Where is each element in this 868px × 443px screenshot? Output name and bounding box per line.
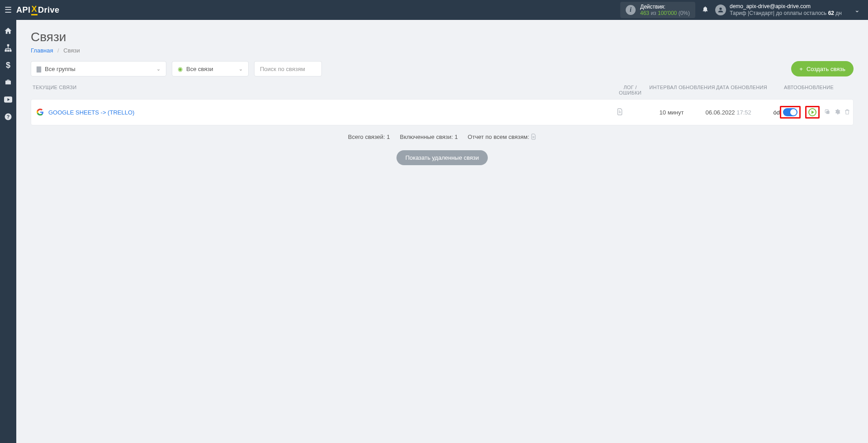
info-icon: i (626, 5, 636, 15)
user-email: demo_apix-drive@apix-drive.com (730, 3, 842, 10)
show-deleted-button[interactable]: Показать удаленные связи (396, 150, 488, 165)
connections-select-label: Все связи (186, 66, 213, 72)
briefcase-icon[interactable] (4, 78, 13, 87)
group-select[interactable]: ▇ Все группы ⌄ (31, 61, 166, 76)
actions-label: Действия: (640, 4, 690, 10)
copy-icon[interactable] (824, 109, 830, 116)
chevron-down-icon: ⌄ (239, 66, 243, 72)
home-icon[interactable] (4, 26, 13, 35)
run-now-button[interactable] (808, 108, 816, 116)
gear-icon[interactable] (834, 109, 840, 116)
logo-text-x: X (31, 5, 38, 15)
main-content: Связи Главная / Связи ▇ Все группы ⌄ ◉ В… (16, 20, 868, 175)
breadcrumb-home[interactable]: Главная (31, 47, 53, 54)
filter-bar: ▇ Все группы ⌄ ◉ Все связи ⌄ Поиск по св… (31, 61, 854, 76)
help-icon[interactable]: ? (4, 112, 13, 121)
youtube-icon[interactable] (4, 95, 13, 104)
create-connection-label: Создать связь (807, 66, 845, 72)
svg-text:?: ? (7, 114, 9, 119)
logo-text-post: Drive (38, 5, 60, 15)
summary-line: Всего связей: 1 Включенные связи: 1 Отче… (31, 133, 854, 140)
summary-enabled: Включенные связи: 1 (400, 133, 458, 140)
plus-icon: + (799, 66, 803, 72)
logo-text-pre: API (16, 5, 31, 15)
col-log: ЛОГ / ОШИБКИ (612, 85, 648, 95)
row-interval: 10 минут (638, 109, 706, 116)
summary-total: Всего связей: 1 (348, 133, 390, 140)
highlight-play (805, 106, 820, 119)
tariff-line: Тариф |Стандарт| до оплаты осталось 62 д… (730, 10, 842, 17)
user-menu-caret-icon[interactable]: ⌄ (854, 6, 860, 14)
svg-rect-3 (10, 50, 11, 52)
breadcrumb: Главная / Связи (31, 47, 854, 54)
dollar-icon[interactable]: $ (4, 61, 13, 70)
create-connection-button[interactable]: + Создать связь (791, 61, 854, 76)
connections-select[interactable]: ◉ Все связи ⌄ (172, 61, 249, 76)
svg-rect-1 (5, 50, 6, 52)
app-header: ☰ APIXDrive i Действия: 463 из 100'000 (… (0, 0, 868, 20)
notifications-icon[interactable] (702, 5, 709, 14)
connection-row: GOOGLE SHEETS -> (trello) 10 минут 06.06… (31, 99, 854, 125)
search-placeholder: Поиск по связям (260, 66, 305, 72)
actions-counter[interactable]: i Действия: 463 из 100'000 (0%) (620, 2, 695, 19)
google-icon (37, 109, 44, 116)
user-block[interactable]: demo_apix-drive@apix-drive.com Тариф |Ст… (730, 3, 842, 17)
summary-report: Отчет по всем связям: (468, 133, 537, 140)
col-auto: АВТООБНОВЛЕНИЕ (784, 85, 852, 95)
app-logo[interactable]: APIXDrive (16, 5, 60, 15)
highlight-toggle (780, 106, 801, 119)
group-select-label: Все группы (45, 66, 75, 72)
play-circle-icon: ◉ (178, 66, 183, 72)
table-header: ТЕКУЩИЕ СВЯЗИ ЛОГ / ОШИБКИ ИНТЕРВАЛ ОБНО… (31, 85, 854, 99)
actions-numbers: 463 из 100'000 (0%) (640, 10, 690, 16)
sidebar: $ ? (0, 20, 16, 175)
svg-rect-0 (8, 45, 9, 46)
connection-link[interactable]: GOOGLE SHEETS -> (trello) (48, 109, 134, 116)
autoupdate-toggle[interactable] (783, 108, 797, 116)
col-interval: ИНТЕРВАЛ ОБНОВЛЕНИЯ (648, 85, 716, 95)
col-name: ТЕКУЩИЕ СВЯЗИ (33, 85, 612, 95)
log-icon[interactable] (602, 108, 638, 117)
folder-icon: ▇ (37, 66, 41, 72)
row-date: 06.06.2022 17:52 (706, 109, 774, 116)
col-date: ДАТА ОБНОВЛЕНИЯ (716, 85, 784, 95)
trash-icon[interactable] (844, 109, 850, 116)
sitemap-icon[interactable] (4, 43, 13, 52)
svg-rect-2 (8, 50, 9, 52)
user-avatar-icon[interactable] (715, 5, 726, 15)
breadcrumb-current: Связи (63, 47, 80, 54)
report-icon[interactable] (531, 133, 536, 140)
menu-toggle-icon[interactable]: ☰ (0, 5, 16, 15)
svg-rect-7 (826, 110, 830, 114)
chevron-down-icon: ⌄ (156, 66, 160, 72)
page-title: Связи (31, 30, 854, 44)
search-input[interactable]: Поиск по связям (254, 61, 322, 76)
